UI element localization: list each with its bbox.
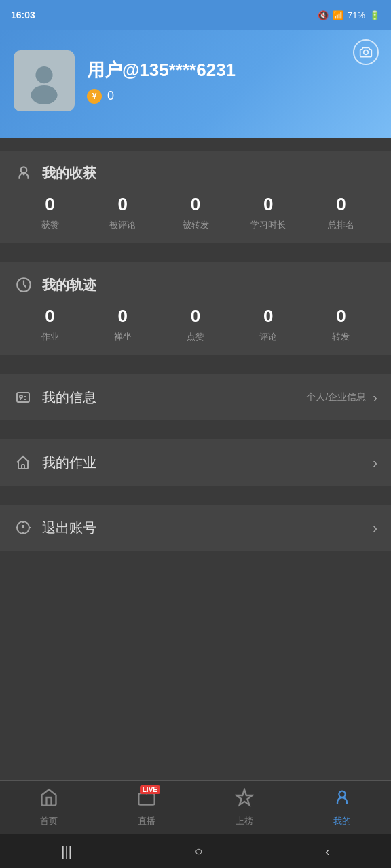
home-icon (39, 791, 58, 811)
my-info-chevron: › (373, 390, 377, 406)
trail-stats-grid: 0 作业 0 禅坐 0 点赞 0 评论 0 转发 (14, 306, 377, 343)
sys-menu-button[interactable]: ||| (61, 844, 72, 859)
svg-point-4 (21, 167, 27, 173)
nav-mine-label: 我的 (333, 815, 351, 827)
my-info-left: 我的信息 (14, 388, 96, 407)
profile-header: 用户@135****6231 ¥ 0 (0, 30, 391, 138)
stat-likes-label: 获赞 (14, 219, 86, 231)
logout-item[interactable]: 退出账号 › (14, 518, 377, 537)
gains-stats-grid: 0 获赞 0 被评论 0 被转发 0 学习时长 0 总排名 (14, 194, 377, 231)
trail-homework: 0 作业 (14, 306, 86, 343)
my-gains-section: 我的收获 0 获赞 0 被评论 0 被转发 0 学习时长 0 总排名 (0, 151, 391, 243)
coin-icon: ¥ (87, 89, 102, 104)
stat-comments-value: 0 (86, 194, 159, 215)
my-gains-title: 我的收获 (42, 164, 96, 182)
status-right: 🔇 📶 71% 🔋 (318, 10, 380, 20)
trail-icon (14, 275, 34, 295)
stat-study-time-label: 学习时长 (232, 219, 305, 231)
my-info-right: 个人/企业信息 › (306, 390, 377, 406)
my-info-item[interactable]: 我的信息 个人/企业信息 › (14, 388, 377, 407)
divider-3 (0, 362, 391, 368)
status-bar: 16:03 🔇 📶 71% 🔋 (0, 0, 391, 30)
svg-point-10 (339, 791, 345, 797)
trail-comments-label: 评论 (232, 331, 305, 343)
stat-comments: 0 被评论 (86, 194, 159, 231)
trail-likes-value: 0 (159, 306, 231, 327)
my-homework-left: 我的作业 (14, 453, 96, 472)
logout-card[interactable]: 退出账号 › (0, 505, 391, 551)
logout-icon (14, 518, 33, 537)
svg-point-3 (31, 85, 57, 104)
trail-likes-label: 点赞 (159, 331, 231, 343)
stat-likes: 0 获赞 (14, 194, 86, 231)
system-nav: ||| ○ ‹ (0, 834, 391, 868)
coins-row: ¥ 0 (87, 89, 377, 104)
wifi-icon: 📶 (333, 10, 343, 20)
stat-likes-value: 0 (14, 194, 86, 215)
stat-study-time-value: 0 (232, 194, 305, 215)
mute-icon: 🔇 (318, 10, 329, 20)
nav-item-rank[interactable]: 上榜 (196, 783, 293, 833)
stat-study-time: 0 学习时长 (232, 194, 305, 231)
trail-reposts-value: 0 (305, 306, 377, 327)
live-badge: LIVE (140, 785, 160, 794)
trail-meditation-label: 禅坐 (86, 331, 159, 343)
logout-label: 退出账号 (42, 519, 96, 537)
my-homework-right: › (373, 455, 377, 471)
nav-home-label: 首页 (40, 815, 58, 827)
stat-rank: 0 总排名 (305, 194, 377, 231)
stat-comments-label: 被评论 (86, 219, 159, 231)
nav-item-live[interactable]: LIVE 直播 (98, 783, 196, 833)
svg-point-0 (364, 50, 369, 55)
avatar[interactable] (14, 50, 75, 111)
divider-4 (0, 427, 391, 433)
my-info-card[interactable]: 我的信息 个人/企业信息 › (0, 374, 391, 420)
svg-point-2 (35, 66, 52, 83)
stat-reposts: 0 被转发 (159, 194, 231, 231)
sys-home-button[interactable]: ○ (194, 844, 202, 859)
sys-back-button[interactable]: ‹ (325, 844, 330, 859)
stat-reposts-value: 0 (159, 194, 231, 215)
my-homework-card[interactable]: 我的作业 › (0, 439, 391, 486)
svg-rect-6 (17, 393, 29, 402)
status-time: 16:03 (11, 9, 35, 20)
nav-rank-label: 上榜 (236, 815, 253, 827)
section-title-row-gains: 我的收获 (14, 163, 377, 183)
trail-homework-label: 作业 (14, 331, 86, 343)
logout-left: 退出账号 (14, 518, 96, 537)
trail-reposts: 0 转发 (305, 306, 377, 343)
my-trail-title: 我的轨迹 (42, 276, 96, 294)
content-spacer (0, 557, 391, 666)
my-trail-section: 我的轨迹 0 作业 0 禅坐 0 点赞 0 评论 0 转发 (0, 262, 391, 355)
homework-icon (14, 453, 33, 472)
info-icon (14, 388, 33, 407)
my-homework-item[interactable]: 我的作业 › (14, 453, 377, 472)
rank-icon (235, 791, 254, 811)
divider-5 (0, 492, 391, 498)
svg-point-7 (20, 395, 22, 398)
trail-comments: 0 评论 (232, 306, 305, 343)
nav-live-label: 直播 (138, 815, 155, 827)
my-info-right-text: 个人/企业信息 (306, 391, 366, 403)
camera-button[interactable] (353, 39, 379, 65)
trail-meditation: 0 禅坐 (86, 306, 159, 343)
svg-rect-9 (138, 793, 154, 804)
stat-reposts-label: 被转发 (159, 219, 231, 231)
section-title-row-trail: 我的轨迹 (14, 275, 377, 295)
username: 用户@135****6231 (87, 58, 377, 82)
nav-item-mine[interactable]: 我的 (293, 783, 391, 833)
battery-icon: 🔋 (369, 10, 380, 20)
trail-likes: 0 点赞 (159, 306, 231, 343)
trail-meditation-value: 0 (86, 306, 159, 327)
divider-1 (0, 138, 391, 144)
profile-row: 用户@135****6231 ¥ 0 (14, 50, 377, 111)
nav-item-home[interactable]: 首页 (0, 783, 98, 833)
stat-rank-value: 0 (305, 194, 377, 215)
logout-right: › (373, 520, 377, 536)
my-homework-chevron: › (373, 455, 377, 471)
trail-homework-value: 0 (14, 306, 86, 327)
trail-comments-value: 0 (232, 306, 305, 327)
battery-text: 71% (348, 10, 365, 20)
stat-rank-label: 总排名 (305, 219, 377, 231)
trail-reposts-label: 转发 (305, 331, 377, 343)
